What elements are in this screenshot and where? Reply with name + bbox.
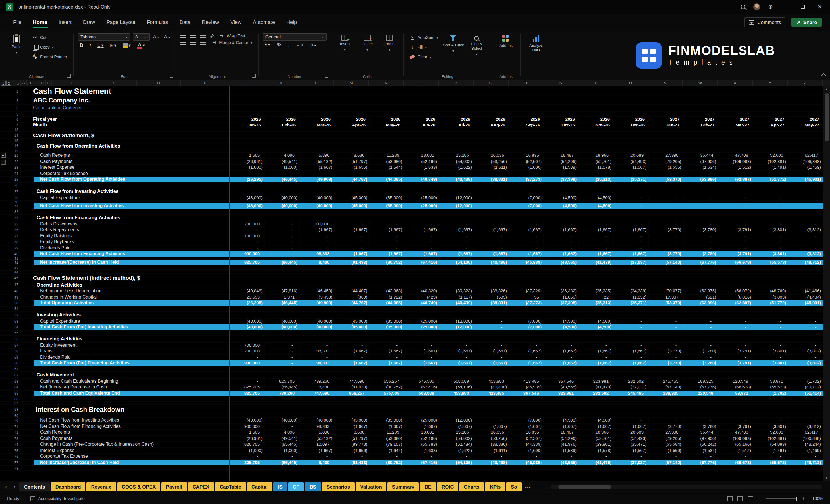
cell[interactable]: - <box>543 171 578 176</box>
row-label[interactable]: Equity Raisings <box>21 233 229 239</box>
cell[interactable]: (44,085) <box>369 301 404 306</box>
cell[interactable]: (57,140) <box>648 260 683 265</box>
row-label[interactable]: Corporate Tax Expense <box>21 171 229 176</box>
cell[interactable]: - <box>543 454 578 459</box>
cell[interactable]: 825,705 <box>264 379 299 384</box>
cell[interactable]: (63,996) <box>683 301 718 306</box>
cell[interactable]: (45,901) <box>788 177 823 182</box>
row-header-47[interactable]: 47 <box>7 283 21 287</box>
cell[interactable]: (63,996) <box>683 177 718 182</box>
cell[interactable]: - <box>299 233 334 239</box>
cell[interactable]: (54,083) <box>753 442 788 447</box>
cell[interactable]: 6,896 <box>299 430 334 435</box>
cell[interactable]: (1,667) <box>613 361 648 366</box>
cell[interactable]: - <box>613 195 648 200</box>
close-button[interactable]: ✕ <box>815 0 824 14</box>
cell[interactable]: (4,500) <box>578 195 613 200</box>
cell[interactable]: (3,780) <box>683 424 718 429</box>
align-bottom-icon[interactable] <box>200 33 206 38</box>
outline-level-1-button[interactable]: 1 <box>1 81 6 86</box>
cell[interactable]: 2027 <box>648 117 683 122</box>
cell[interactable]: Dec-26 <box>613 122 648 128</box>
cell[interactable]: 282,502 <box>613 379 648 384</box>
cell[interactable]: 2026 <box>474 117 509 122</box>
cell[interactable]: (40,000) <box>264 418 299 423</box>
cell[interactable]: (40,320) <box>404 289 439 294</box>
cell[interactable]: (1,667) <box>334 349 369 354</box>
cell[interactable]: - <box>334 171 369 176</box>
cell[interactable]: (1,667) <box>543 361 578 366</box>
align-center-icon[interactable] <box>190 40 196 45</box>
row-header-25[interactable]: 25 <box>7 178 21 182</box>
cell[interactable]: - <box>753 355 788 360</box>
cell[interactable]: (1,534) <box>683 165 718 170</box>
cell[interactable]: (66,678) <box>718 385 753 390</box>
cell[interactable]: - <box>578 355 613 360</box>
cell[interactable]: (1,667) <box>509 424 543 429</box>
cell[interactable]: (4,500) <box>543 319 578 324</box>
cell[interactable]: - <box>439 355 474 360</box>
cell[interactable]: (54,493) <box>613 436 648 441</box>
cell[interactable]: (106,848) <box>788 159 823 164</box>
row-header-58[interactable]: 58 <box>7 349 21 353</box>
cell[interactable]: 53,871 <box>753 379 788 384</box>
cell[interactable]: (3,801) <box>753 251 788 257</box>
cell[interactable]: (3,801) <box>753 361 788 366</box>
row-label[interactable]: Go to Table of Contents <box>21 105 830 111</box>
row-header-37[interactable]: 37 <box>7 234 21 238</box>
cell[interactable]: - <box>264 221 299 226</box>
cell[interactable]: (1,667) <box>439 227 474 232</box>
cell[interactable]: 16,036 <box>474 153 509 158</box>
add-sheet-button[interactable]: + <box>535 484 544 490</box>
cell[interactable]: Feb-27 <box>683 122 718 128</box>
cell[interactable]: - <box>334 454 369 459</box>
cell[interactable]: 98,333 <box>299 424 334 429</box>
cell[interactable]: - <box>753 343 788 348</box>
cell[interactable]: 11,239 <box>369 430 404 435</box>
row-header-59[interactable]: 59 <box>7 355 21 359</box>
cell[interactable]: 747,690 <box>334 379 369 384</box>
cell[interactable]: (1,589) <box>543 448 578 453</box>
cell[interactable]: 1,665 <box>229 430 264 435</box>
menu-review[interactable]: Review <box>197 16 224 29</box>
cell[interactable]: - <box>404 454 439 459</box>
row-header-45[interactable]: 45 <box>7 276 21 280</box>
cell[interactable]: - <box>578 343 613 348</box>
cell[interactable]: 413,485 <box>474 391 509 396</box>
sheet-tab-is[interactable]: IS <box>274 482 287 492</box>
cell[interactable]: (80,752) <box>369 460 404 465</box>
cell[interactable]: - <box>474 245 509 251</box>
cell[interactable]: (67,776) <box>683 460 718 465</box>
cell[interactable]: (42,363) <box>369 289 404 294</box>
cell[interactable]: - <box>788 221 823 226</box>
sheet-tab-dashboard[interactable]: Dashboard <box>51 482 86 492</box>
share-button[interactable]: ↗ Share <box>791 18 822 27</box>
cell[interactable]: 16,036 <box>474 430 509 435</box>
cell[interactable]: - <box>613 319 648 324</box>
cell[interactable]: - <box>788 343 823 348</box>
cell[interactable]: (3,812) <box>788 251 823 257</box>
cell[interactable]: (66,242) <box>683 442 718 447</box>
cell[interactable]: - <box>264 349 299 354</box>
cell[interactable]: (48,000) <box>229 319 264 324</box>
cell[interactable]: (3,801) <box>753 227 788 232</box>
menu-formulas[interactable]: Formulas <box>141 16 173 29</box>
cell[interactable]: (1,667) <box>613 349 648 354</box>
cell[interactable]: (40,000) <box>264 195 299 200</box>
cell[interactable]: (38,831) <box>474 177 509 182</box>
cell[interactable]: 4,096 <box>264 430 299 435</box>
cell[interactable]: - <box>299 171 334 176</box>
sheet-tab-valuation[interactable]: Valuation <box>355 482 386 492</box>
cell[interactable]: (1,667) <box>369 227 404 232</box>
cell[interactable]: - <box>264 240 299 245</box>
row-label[interactable]: Cash Flow Statement <box>21 87 830 95</box>
cell[interactable]: - <box>683 233 718 239</box>
row-label[interactable]: ABC Company Inc. <box>21 97 830 103</box>
cell[interactable]: (86,445) <box>264 385 299 390</box>
cell[interactable]: (1,578) <box>578 448 613 453</box>
cell[interactable]: (1,667) <box>404 361 439 366</box>
row-label[interactable]: Cash Flow Statement (indirect method), $ <box>21 274 830 281</box>
row-label[interactable]: Net Cash Flow from Investing Activities <box>21 418 229 423</box>
outline-expand-button[interactable]: + <box>1 153 6 158</box>
cell[interactable]: 2026 <box>509 117 543 122</box>
